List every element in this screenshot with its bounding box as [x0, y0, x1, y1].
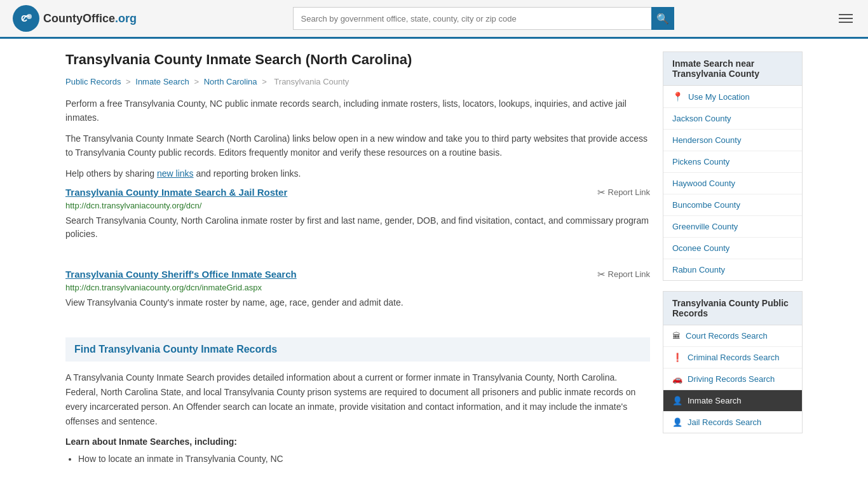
result-item-2: Transylvania County Sheriff's Office Inm…	[65, 269, 650, 322]
menu-icon-line1	[839, 14, 853, 15]
breadcrumb: Public Records > Inmate Search > North C…	[65, 77, 650, 86]
description-1: Perform a free Transylvania County, NC p…	[65, 97, 650, 125]
logo: C CountyOffice.org	[13, 5, 137, 32]
result-title-1: Transylvania County Inmate Search & Jail…	[65, 187, 287, 198]
description-3: Help others by sharing new links and rep…	[65, 166, 650, 180]
main-container: Transylvania County Inmate Search (North…	[53, 39, 815, 480]
location-icon: 📍	[672, 92, 683, 102]
report-link-1[interactable]: ✂ Report Link	[597, 187, 650, 198]
search-area: 🔍	[293, 7, 674, 30]
description-2: The Transylvania County Inmate Search (N…	[65, 132, 650, 160]
sidebar-inmate-search[interactable]: 👤 Inmate Search	[663, 390, 802, 412]
sidebar-jail-records[interactable]: 👤 Jail Records Search	[663, 412, 802, 433]
search-button[interactable]: 🔍	[651, 7, 674, 30]
menu-icon-line2	[839, 18, 853, 19]
bullet-list: How to locate an inmate in Transylvania …	[78, 452, 650, 467]
body-text: A Transylvania County Inmate Search prov…	[65, 370, 650, 429]
result-desc-1: Search Transylvania County, North Caroli…	[65, 214, 650, 241]
result-link-1[interactable]: Transylvania County Inmate Search & Jail…	[65, 187, 287, 198]
breadcrumb-inmate-search[interactable]: Inmate Search	[135, 77, 189, 86]
sidebar-county-0[interactable]: Jackson County	[663, 108, 802, 130]
bullet-item-1: How to locate an inmate in Transylvania …	[78, 452, 650, 467]
section-header: Find Transylvania County Inmate Records	[65, 337, 650, 362]
result-url-2: http://dcn.transylvaniacounty.org/dcn/in…	[65, 283, 650, 292]
breadcrumb-sep2: >	[194, 77, 201, 86]
breadcrumb-current: Transylvania County	[274, 77, 349, 86]
breadcrumb-public-records[interactable]: Public Records	[65, 77, 121, 86]
breadcrumb-north-carolina[interactable]: North Carolina	[204, 77, 257, 86]
sidebar: Inmate Search near Transylvania County 📍…	[663, 51, 803, 467]
sidebar-county-4[interactable]: Buncombe County	[663, 194, 802, 216]
criminal-icon: ❗	[672, 353, 682, 362]
sub-heading: Learn about Inmate Searches, including:	[65, 437, 650, 447]
inmate-icon: 👤	[672, 396, 682, 405]
new-links-link[interactable]: new links	[157, 168, 194, 179]
public-records-title: Transylvania County Public Records	[663, 292, 802, 325]
search-input[interactable]	[293, 7, 651, 30]
nearby-box: Inmate Search near Transylvania County 📍…	[663, 51, 803, 281]
sidebar-county-3[interactable]: Haywood County	[663, 173, 802, 194]
use-my-location-item[interactable]: 📍 Use My Location	[663, 86, 802, 108]
jail-icon: 👤	[672, 417, 682, 427]
search-icon: 🔍	[656, 13, 669, 25]
sidebar-court-records[interactable]: 🏛 Court Records Search	[663, 325, 802, 347]
driving-icon: 🚗	[672, 374, 682, 384]
sidebar-county-5[interactable]: Greenville County	[663, 216, 802, 238]
result-title-2: Transylvania County Sheriff's Office Inm…	[65, 269, 297, 280]
menu-button[interactable]	[836, 11, 855, 25]
breadcrumb-sep3: >	[262, 77, 269, 86]
result-item-1: Transylvania County Inmate Search & Jail…	[65, 187, 650, 254]
sidebar-county-2[interactable]: Pickens County	[663, 151, 802, 173]
breadcrumb-sep1: >	[126, 77, 133, 86]
result-link-2[interactable]: Transylvania County Sheriff's Office Inm…	[65, 269, 297, 280]
logo-text: CountyOffice.org	[43, 12, 137, 25]
result-url-1: http://dcn.transylvaniacounty.org/dcn/	[65, 201, 650, 210]
court-icon: 🏛	[672, 331, 681, 341]
report-link-2[interactable]: ✂ Report Link	[597, 269, 650, 280]
page-title: Transylvania County Inmate Search (North…	[65, 51, 650, 68]
sidebar-criminal-records[interactable]: ❗ Criminal Records Search	[663, 347, 802, 369]
sidebar-driving-records[interactable]: 🚗 Driving Records Search	[663, 369, 802, 390]
logo-icon: C	[13, 5, 39, 32]
sidebar-county-1[interactable]: Henderson County	[663, 130, 802, 151]
header: C CountyOffice.org 🔍	[0, 0, 868, 39]
sidebar-county-6[interactable]: Oconee County	[663, 238, 802, 259]
content-area: Transylvania County Inmate Search (North…	[65, 51, 650, 467]
report-icon-2: ✂	[597, 269, 606, 280]
report-icon-1: ✂	[597, 187, 606, 198]
nearby-title: Inmate Search near Transylvania County	[663, 52, 802, 86]
sidebar-county-7[interactable]: Rabun County	[663, 259, 802, 280]
menu-icon-line3	[839, 22, 853, 23]
use-my-location-link[interactable]: Use My Location	[688, 92, 750, 102]
result-desc-2: View Transylvania County's inmate roster…	[65, 296, 650, 309]
public-records-box: Transylvania County Public Records 🏛 Cou…	[663, 291, 803, 433]
